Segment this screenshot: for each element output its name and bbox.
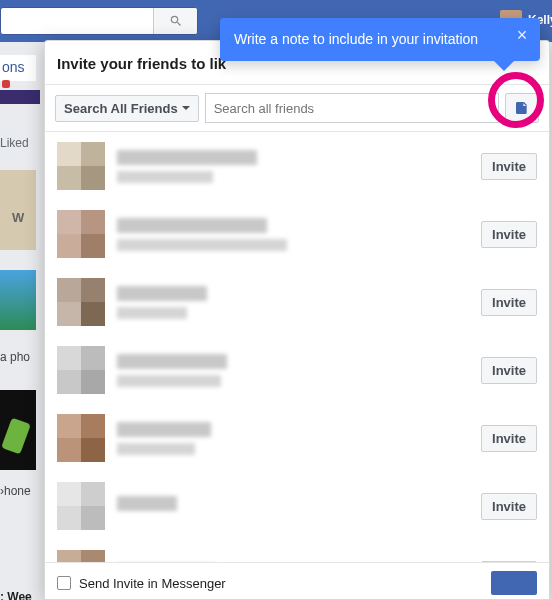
invite-button[interactable]: Invite — [481, 493, 537, 520]
invite-friends-modal: Invite your friends to lik Search All Fr… — [44, 40, 550, 600]
invite-button[interactable]: Invite — [481, 221, 537, 248]
avatar[interactable] — [57, 550, 105, 562]
tooltip-arrow-icon — [494, 61, 514, 71]
liked-label: Liked — [0, 136, 29, 150]
friend-name[interactable] — [117, 286, 469, 319]
friends-list: InviteInviteInviteInviteInviteInviteInvi… — [45, 132, 549, 562]
add-note-button[interactable] — [505, 93, 539, 123]
friend-name[interactable] — [117, 150, 469, 183]
list-item: Invite — [45, 404, 549, 472]
invite-button[interactable]: Invite — [481, 425, 537, 452]
avatar[interactable] — [57, 346, 105, 394]
bg-tab: ons — [0, 55, 36, 81]
svg-rect-0 — [518, 107, 525, 108]
modal-toolbar: Search All Friends — [45, 85, 549, 132]
checkbox-label: Send Invite in Messenger — [79, 576, 226, 591]
add-note-tooltip: Write a note to include in your invitati… — [220, 18, 540, 61]
avatar[interactable] — [57, 142, 105, 190]
friend-filter-dropdown[interactable]: Search All Friends — [55, 95, 199, 122]
svg-rect-1 — [518, 110, 523, 111]
invite-button[interactable]: Invite — [481, 289, 537, 316]
friend-name[interactable] — [117, 354, 469, 387]
list-item: Invite — [45, 268, 549, 336]
invite-button[interactable]: Invite — [481, 153, 537, 180]
friend-name[interactable] — [117, 422, 469, 455]
avatar[interactable] — [57, 482, 105, 530]
list-item: Invite — [45, 132, 549, 200]
notification-badge — [2, 80, 10, 88]
list-item: Invite — [45, 200, 549, 268]
chevron-down-icon — [182, 106, 190, 114]
avatar[interactable] — [57, 278, 105, 326]
friend-name[interactable] — [117, 496, 469, 517]
search-input[interactable] — [205, 93, 499, 123]
tooltip-text: Write a note to include in your invitati… — [234, 31, 478, 47]
invite-button[interactable]: Invite — [481, 357, 537, 384]
note-icon — [514, 100, 530, 116]
send-in-messenger-checkbox[interactable] — [57, 576, 71, 590]
list-item: Invite — [45, 336, 549, 404]
avatar[interactable] — [57, 210, 105, 258]
avatar[interactable] — [57, 414, 105, 462]
global-search[interactable] — [0, 7, 198, 35]
friend-name[interactable] — [117, 218, 469, 251]
close-icon[interactable]: × — [512, 26, 532, 46]
footer-primary-button[interactable] — [491, 571, 537, 595]
global-search-button[interactable] — [153, 8, 197, 34]
modal-footer: Send Invite in Messenger — [45, 562, 549, 599]
list-item: Invite — [45, 472, 549, 540]
search-icon — [169, 14, 183, 28]
list-item: Invite — [45, 540, 549, 562]
dropdown-label: Search All Friends — [64, 101, 178, 116]
